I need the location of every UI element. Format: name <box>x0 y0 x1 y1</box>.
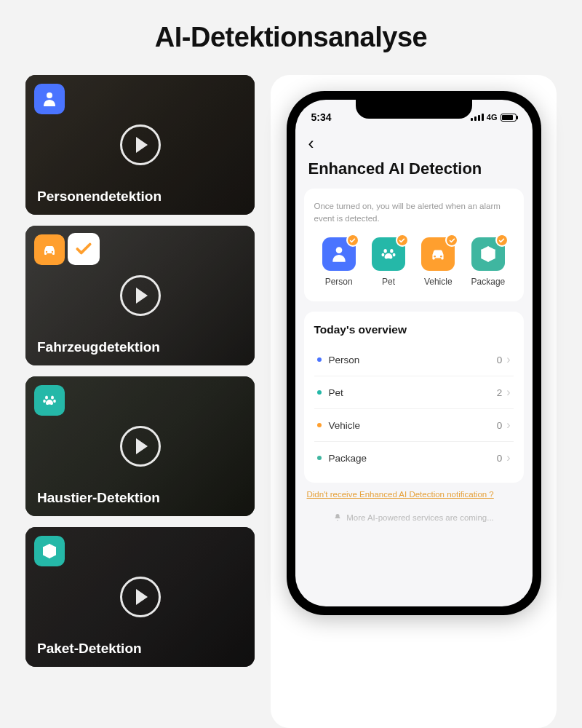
enabled-check-icon <box>396 234 409 247</box>
overview-row-pet[interactable]: Pet 2› <box>314 376 514 408</box>
chevron-right-icon: › <box>506 353 510 366</box>
phone-notch <box>356 100 472 119</box>
chevron-right-icon: › <box>506 451 510 464</box>
dot-icon <box>317 390 322 395</box>
tile-package[interactable]: Paket-Detektion <box>25 527 255 667</box>
package-icon <box>471 237 505 271</box>
dot-icon <box>317 357 322 362</box>
detection-settings-card: Once turned on, you will be alerted when… <box>304 189 524 301</box>
overview-row-person[interactable]: Person 0› <box>314 344 514 376</box>
overview-row-vehicle[interactable]: Vehicle 0› <box>314 408 514 441</box>
network-label: 4G <box>487 113 498 122</box>
overview-card: Today's overview Person 0› Pet 2› Vehicl… <box>304 312 524 483</box>
play-icon[interactable] <box>120 124 161 165</box>
tile-person[interactable]: Personendetektion <box>25 75 255 215</box>
overview-row-package[interactable]: Package 0› <box>314 441 514 474</box>
tile-label: Paket-Detektion <box>37 641 142 657</box>
screen-title: Enhanced AI Detection <box>295 154 533 189</box>
overview-title: Today's overview <box>314 323 514 336</box>
help-link[interactable]: Didn't receive Enhanced AI Detection not… <box>307 490 521 499</box>
person-icon <box>34 84 65 114</box>
selected-check-icon <box>68 233 100 265</box>
toggle-package[interactable]: Package <box>471 237 506 287</box>
chevron-right-icon: › <box>506 386 510 399</box>
enabled-check-icon <box>445 234 458 247</box>
play-icon[interactable] <box>120 426 161 467</box>
toggle-person[interactable]: Person <box>322 237 356 287</box>
enabled-check-icon <box>495 234 509 247</box>
toggle-vehicle[interactable]: Vehicle <box>421 237 455 287</box>
car-icon <box>421 237 455 271</box>
battery-icon <box>501 114 517 122</box>
play-icon[interactable] <box>120 577 161 617</box>
status-time: 5:34 <box>311 111 332 123</box>
enabled-check-icon <box>346 234 359 247</box>
tile-label: Fahrzeugdetektion <box>37 339 160 355</box>
page-title: AI-Detektionsanalyse <box>25 22 557 53</box>
person-icon <box>322 237 356 271</box>
signal-icon <box>471 114 484 121</box>
pet-icon <box>34 385 65 416</box>
car-icon <box>34 234 65 265</box>
play-icon[interactable] <box>120 275 161 316</box>
dot-icon <box>317 456 322 460</box>
toggle-pet[interactable]: Pet <box>372 237 405 287</box>
phone-panel: 5:34 4G ‹ Enhanced AI Detection Once tur… <box>271 75 557 728</box>
chevron-right-icon: › <box>506 419 510 432</box>
tile-pet[interactable]: Haustier-Detektion <box>25 376 255 516</box>
bell-icon <box>333 513 342 522</box>
back-button[interactable]: ‹ <box>308 133 314 154</box>
coming-soon: More AI-powered services are coming... <box>295 513 533 522</box>
phone-frame: 5:34 4G ‹ Enhanced AI Detection Once tur… <box>287 91 541 615</box>
pet-icon <box>372 237 405 271</box>
detection-tiles: Personendetektion Fahrzeugdetektion Haus… <box>25 75 255 728</box>
tile-label: Haustier-Detektion <box>37 490 160 506</box>
dot-icon <box>317 423 322 427</box>
card-description: Once turned on, you will be alerted when… <box>314 200 514 224</box>
package-icon <box>34 536 65 566</box>
tile-label: Personendetektion <box>37 189 162 205</box>
tile-vehicle[interactable]: Fahrzeugdetektion <box>25 226 255 365</box>
